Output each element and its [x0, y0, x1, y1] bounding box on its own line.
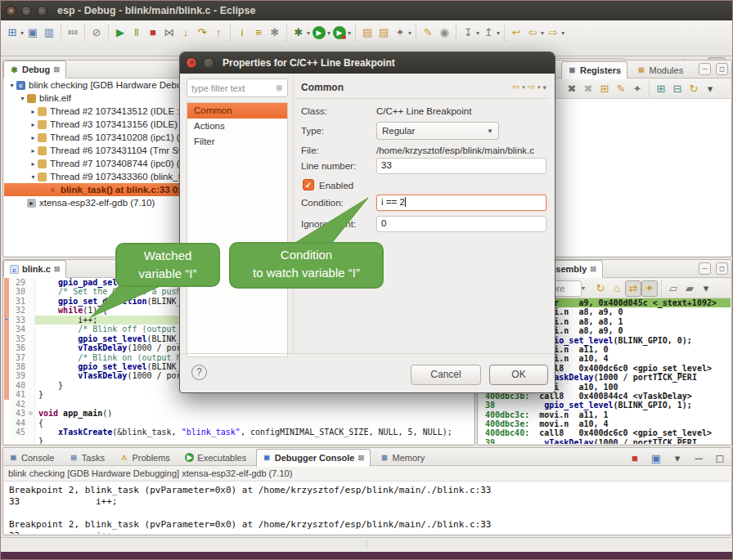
line-number[interactable]: 43 — [9, 409, 27, 418]
open-element-icon[interactable]: ▤ — [359, 25, 375, 41]
ignore-count-input[interactable]: 0 — [376, 216, 546, 232]
terminate-console-icon[interactable]: ■ — [627, 450, 643, 467]
home-icon[interactable]: ⌂ — [609, 280, 625, 297]
toggle-mark-occurrences-icon[interactable]: ◉ — [436, 25, 452, 41]
view-menu-icon[interactable]: ▾ — [702, 81, 718, 97]
new-wizard-dropdown-icon[interactable]: ▾ — [20, 29, 24, 37]
line-number[interactable]: 37 — [9, 353, 27, 362]
pin-view-icon[interactable]: ✦ — [629, 81, 645, 97]
edit-register-group-icon[interactable]: ✎ — [613, 81, 629, 97]
window-maximize-icon[interactable]: ▫ — [37, 6, 47, 16]
line-number-input[interactable]: 33 — [376, 158, 546, 174]
line-number[interactable]: 31 — [9, 297, 27, 306]
tab-tasks[interactable]: ▤Tasks — [64, 449, 110, 467]
tab-modules[interactable]: ▤ Modules — [632, 61, 690, 79]
nav-item-filter[interactable]: Filter — [187, 134, 287, 150]
remove-all-registers-icon[interactable]: ✖ — [564, 81, 580, 97]
tab-debug[interactable]: ✱ Debug ⊠ — [3, 60, 66, 78]
binary-file-icon[interactable]: 010 — [65, 25, 81, 41]
twisty-icon[interactable]: ▸ — [29, 147, 38, 155]
line-number[interactable]: 45 — [9, 428, 27, 437]
refresh-icon[interactable]: ↻ — [592, 280, 609, 297]
disassembly-line[interactable]: 400dbc3c: movi.n a11, 1 — [479, 410, 731, 419]
new-wizard-icon[interactable]: ⊞ — [4, 25, 20, 41]
disassembly-line[interactable]: 39 vTaskDelay(1000 / portTICK_PERI — [479, 438, 731, 444]
step-into-icon[interactable]: ↓ — [178, 25, 194, 41]
refresh-icon[interactable]: ↻ — [686, 81, 702, 97]
resume-icon[interactable]: ▶ — [112, 25, 128, 41]
close-icon[interactable]: ⊠ — [53, 65, 60, 74]
run-icon[interactable]: ▶ — [313, 26, 326, 39]
tab-blink-c[interactable]: c blink.c ⊠ — [3, 260, 66, 278]
nav-item-actions[interactable]: Actions — [187, 119, 287, 134]
line-number[interactable]: 38 — [9, 362, 27, 371]
debug-dropdown-icon[interactable]: ▾ — [307, 29, 310, 37]
tab-console[interactable]: ▣Console — [3, 449, 60, 467]
back-icon[interactable]: ⇦ — [524, 25, 541, 41]
open-new-view-icon[interactable]: ▱ — [665, 280, 681, 297]
line-number[interactable] — [9, 437, 27, 444]
minimize-icon[interactable]: ─ — [690, 450, 707, 467]
save-all-icon[interactable]: ▥ — [41, 25, 57, 41]
maximize-icon[interactable]: ◻ — [716, 262, 728, 275]
step-over-icon[interactable]: ↷ — [194, 25, 210, 41]
close-icon[interactable]: ⊠ — [54, 265, 61, 273]
code-line[interactable]: 43⊖void app_main() — [4, 409, 474, 418]
disassembly-line[interactable]: 400dbc40: call8 0x400dc6c0 <gpio_set_lev… — [479, 428, 731, 437]
view-menu-icon[interactable]: ▾ — [542, 83, 546, 92]
line-number[interactable]: 44 — [9, 419, 27, 428]
twisty-icon[interactable]: ▾ — [7, 82, 16, 89]
help-button[interactable]: ? — [191, 365, 207, 380]
use-step-filters-icon[interactable]: ✱ — [267, 25, 283, 41]
condition-input[interactable]: i == 2 — [376, 195, 546, 211]
sync-selection-icon[interactable]: ⇄ — [625, 280, 641, 297]
line-number[interactable]: 42 — [9, 400, 27, 409]
maximize-icon[interactable]: ◻ — [712, 450, 728, 467]
tab-debugger-console[interactable]: ▣Debugger Console⊠ — [256, 449, 371, 467]
line-number[interactable]: 39 — [9, 371, 27, 380]
disassembly-line[interactable]: 38 gpio_set_level(BLINK_GPIO, 1); — [479, 401, 731, 410]
code-line[interactable]: } — [4, 437, 474, 444]
twisty-icon[interactable]: ▸ — [29, 121, 38, 128]
minimize-icon[interactable]: ─ — [699, 262, 711, 275]
dialog-close-icon[interactable]: ✕ — [186, 57, 197, 69]
tab-memory[interactable]: ▥Memory — [375, 449, 431, 467]
ok-button[interactable]: OK — [489, 365, 548, 385]
search-icon[interactable]: ✦ — [392, 25, 408, 41]
instruction-stepping-icon[interactable]: i — [234, 25, 250, 41]
search-dropdown-icon[interactable]: ▾ — [408, 29, 411, 37]
disassembly-line[interactable]: 400dbc3e: movi.n a10, 4 — [479, 419, 731, 428]
previous-annotation-icon[interactable]: ↥ — [480, 25, 497, 41]
debug-console-icon[interactable]: ≡ — [250, 25, 267, 41]
run-dropdown-icon[interactable]: ▾ — [327, 29, 331, 37]
line-number[interactable]: 30 — [9, 287, 27, 296]
line-number[interactable]: 41 — [9, 390, 27, 399]
close-icon[interactable]: ⊠ — [358, 454, 365, 462]
breakpoint-pointer-icon[interactable]: ➤ — [4, 316, 8, 325]
twisty-icon[interactable]: ▾ — [18, 95, 27, 102]
code-line[interactable]: 45 xTaskCreate(&blink_task, "blink_task"… — [4, 428, 474, 437]
add-register-group-icon[interactable]: ⊞ — [596, 81, 613, 97]
code-line[interactable]: 42 — [4, 400, 474, 409]
forward-icon[interactable]: ⇨ — [545, 25, 561, 41]
next-annotation-icon[interactable]: ↧ — [460, 25, 476, 41]
pin-view-icon[interactable]: ▰ — [681, 280, 698, 297]
line-number[interactable]: 32 — [9, 306, 27, 315]
last-edit-location-icon[interactable]: ↩ — [508, 25, 524, 41]
filter-clear-icon[interactable]: ⊗ — [276, 83, 283, 93]
twisty-icon[interactable]: ▾ — [29, 173, 38, 181]
external-tools-dropdown-icon[interactable]: ▾ — [348, 29, 351, 37]
next-annotation-dropdown-icon[interactable]: ▾ — [476, 29, 479, 37]
collapse-all-icon[interactable]: ⊟ — [669, 81, 686, 97]
type-dropdown[interactable]: Regular ▼ — [376, 122, 499, 140]
enabled-checkbox[interactable]: ✓ — [303, 179, 314, 190]
tab-executables[interactable]: ▶Executables — [179, 449, 252, 467]
line-number[interactable]: 35 — [9, 334, 27, 343]
line-number[interactable]: 36 — [9, 343, 27, 352]
save-icon[interactable]: ▣ — [25, 25, 41, 41]
back-dropdown-icon[interactable]: ▾ — [541, 29, 544, 37]
remove-selected-registers-icon[interactable]: ✖ — [580, 81, 596, 97]
cancel-button[interactable]: Cancel — [411, 365, 481, 385]
window-close-icon[interactable]: ✕ — [6, 6, 16, 16]
maximize-icon[interactable]: ◻ — [716, 63, 728, 75]
